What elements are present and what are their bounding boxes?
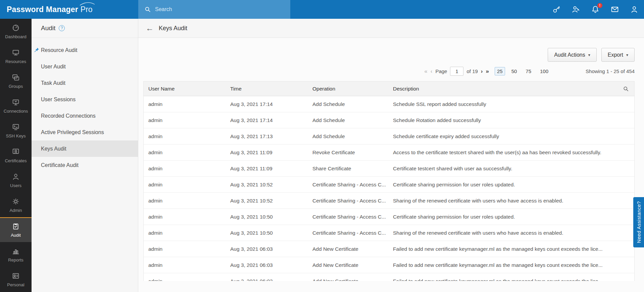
cell-operation: Share Certificate xyxy=(308,166,388,172)
page-input[interactable] xyxy=(450,67,463,76)
cell-user-name: admin xyxy=(144,278,226,281)
left-nav-item[interactable]: SSH Keys xyxy=(0,118,32,143)
certificates-icon xyxy=(12,148,20,156)
connections-icon xyxy=(12,98,20,106)
table-row[interactable]: admin Aug 3, 2021 06:03 Add New Certific… xyxy=(144,241,634,257)
left-nav-item[interactable]: Resources xyxy=(0,44,32,68)
dashboard-icon xyxy=(12,24,20,32)
page-size-option[interactable]: 75 xyxy=(523,67,534,75)
table-search-icon[interactable] xyxy=(617,86,634,92)
search-input[interactable] xyxy=(155,6,284,12)
notification-badge: ! xyxy=(597,3,602,8)
column-header-time[interactable]: Time xyxy=(226,86,308,92)
pagination: « ‹ Page of 19 › » 25 50 75 100 Showing … xyxy=(138,62,644,79)
cell-user-name: admin xyxy=(144,198,226,204)
sidebar-item[interactable]: Recorded Connections xyxy=(32,108,138,124)
left-nav-item[interactable]: Certificates xyxy=(0,143,32,168)
table-row[interactable]: admin Aug 3, 2021 17:14 Add Schedule Sch… xyxy=(144,96,634,112)
cell-user-name: admin xyxy=(144,214,226,220)
export-button[interactable]: Export ▾ xyxy=(601,48,635,62)
table-row[interactable]: admin Aug 3, 2021 06:03 Add New Certific… xyxy=(144,273,634,281)
cell-user-name: admin xyxy=(144,246,226,252)
left-nav-item[interactable]: Groups xyxy=(0,68,32,93)
sidebar-item[interactable]: User Audit xyxy=(32,58,138,75)
column-header-operation[interactable]: Operation xyxy=(308,86,388,92)
left-nav-item[interactable]: Connections xyxy=(0,93,32,118)
sidebar-title: Audit xyxy=(41,24,55,32)
next-page-icon[interactable]: › xyxy=(481,68,483,74)
left-nav-item[interactable]: Reports xyxy=(0,242,32,267)
sidebar-item[interactable]: Resource Audit xyxy=(32,42,138,58)
table-row[interactable]: admin Aug 3, 2021 10:50 Certificate Shar… xyxy=(144,209,634,225)
cell-time: Aug 3, 2021 06:03 xyxy=(226,278,308,281)
personal-icon xyxy=(12,272,20,280)
need-assistance-tab[interactable]: Need Assistance? xyxy=(633,197,644,247)
cell-time: Aug 3, 2021 11:09 xyxy=(226,166,308,172)
app-logo[interactable]: Password Manager Pro xyxy=(0,5,138,14)
cell-operation: Certificate Sharing - Access C... xyxy=(308,182,388,188)
audit-sidebar-items: Resource Audit User Audit Task Audit xyxy=(32,42,138,173)
cell-time: Aug 3, 2021 10:52 xyxy=(226,182,308,188)
table-row[interactable]: admin Aug 3, 2021 10:50 Certificate Shar… xyxy=(144,225,634,241)
brand-pro: Pro xyxy=(81,5,93,14)
table-row[interactable]: admin Aug 3, 2021 11:09 Revoke Certifica… xyxy=(144,144,634,161)
cell-user-name: admin xyxy=(144,166,226,172)
chevron-down-icon: ▾ xyxy=(588,53,590,57)
sidebar-item[interactable]: Keys Audit xyxy=(32,140,138,157)
left-nav-item[interactable]: Audit xyxy=(0,217,32,242)
last-page-icon[interactable]: » xyxy=(486,68,489,74)
table-row[interactable]: admin Aug 3, 2021 11:09 Share Certificat… xyxy=(144,161,634,177)
cell-time: Aug 3, 2021 11:09 xyxy=(226,150,308,156)
cell-operation: Add New Certificate xyxy=(308,262,388,268)
topbar-icons: ! xyxy=(552,5,644,14)
groups-icon xyxy=(12,73,20,81)
prev-page-icon[interactable]: ‹ xyxy=(431,68,433,74)
left-nav-item[interactable]: Personal xyxy=(0,267,32,292)
sidebar-item[interactable]: Active Privileged Sessions xyxy=(32,124,138,140)
table-row[interactable]: admin Aug 3, 2021 17:13 Add Schedule Sch… xyxy=(144,128,634,144)
sidebar-item[interactable]: User Sessions xyxy=(32,91,138,108)
cell-description: Schedule SSL report added successfully xyxy=(388,101,634,107)
cell-description: Failed to add new certificate keymanager… xyxy=(388,246,634,252)
cell-description: Access to the certificate testcert share… xyxy=(388,150,634,156)
left-nav-item[interactable]: Admin xyxy=(0,192,32,217)
sidebar-item[interactable]: Certificate Audit xyxy=(32,157,138,173)
column-header-description[interactable]: Description xyxy=(388,86,617,92)
help-icon[interactable]: ? xyxy=(59,25,65,31)
page-size-option[interactable]: 25 xyxy=(495,67,505,75)
cell-user-name: admin xyxy=(144,262,226,268)
page-count-label: of 19 xyxy=(466,68,478,74)
first-page-icon[interactable]: « xyxy=(424,68,427,74)
audit-table: User Name Time Operation Description adm… xyxy=(143,81,635,281)
brand-swoosh-icon xyxy=(80,2,95,6)
left-nav-item[interactable]: Users xyxy=(0,168,32,192)
page-label: Page xyxy=(435,68,447,74)
back-arrow-icon[interactable]: ← xyxy=(146,24,154,32)
page-size-option[interactable]: 50 xyxy=(509,67,519,75)
cell-operation: Revoke Certificate xyxy=(308,150,388,156)
table-row[interactable]: admin Aug 3, 2021 10:52 Certificate Shar… xyxy=(144,177,634,193)
main-content: ← Keys Audit Audit Actions ▾ Export ▾ « … xyxy=(138,19,644,292)
left-nav-item[interactable]: Dashboard xyxy=(0,19,32,44)
left-nav: Dashboard Resources Groups Connections S… xyxy=(0,19,32,292)
column-header-user-name[interactable]: User Name xyxy=(144,86,226,92)
sidebar-item[interactable]: Task Audit xyxy=(32,75,138,91)
global-search[interactable] xyxy=(138,0,290,19)
table-row[interactable]: admin Aug 3, 2021 17:14 Add Schedule Sch… xyxy=(144,112,634,128)
toolbar: Audit Actions ▾ Export ▾ xyxy=(138,38,644,62)
table-row[interactable]: admin Aug 3, 2021 06:03 Add New Certific… xyxy=(144,257,634,273)
cell-operation: Add New Certificate xyxy=(308,278,388,281)
audit-actions-button[interactable]: Audit Actions ▾ xyxy=(548,48,597,62)
cell-description: Sharing of the renewed certificate with … xyxy=(388,230,634,236)
cell-operation: Certificate Sharing - Access C... xyxy=(308,198,388,204)
cell-operation: Add Schedule xyxy=(308,133,388,139)
main-header: ← Keys Audit xyxy=(138,19,644,38)
page-size-option[interactable]: 100 xyxy=(538,67,551,75)
table-row[interactable]: admin Aug 3, 2021 10:52 Certificate Shar… xyxy=(144,193,634,209)
profile-icon xyxy=(630,5,639,14)
cell-description: Certificate testcert shared with user aa… xyxy=(388,166,634,172)
cell-time: Aug 3, 2021 10:50 xyxy=(226,230,308,236)
mail-icon xyxy=(610,5,619,14)
cell-time: Aug 3, 2021 10:50 xyxy=(226,214,308,220)
cell-user-name: admin xyxy=(144,101,226,107)
